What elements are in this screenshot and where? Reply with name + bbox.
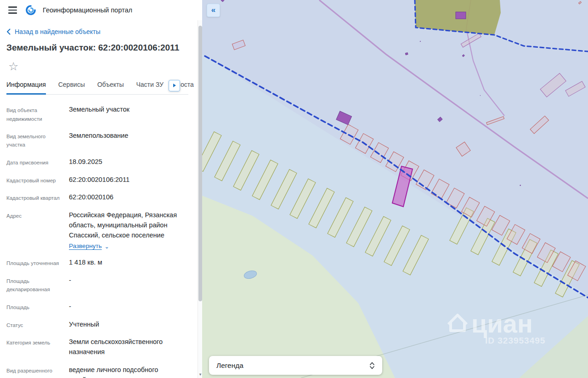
field-value: - (69, 276, 188, 286)
field-row: Категория земельЗемли сельскохозяйственн… (6, 333, 188, 361)
fields-list: Вид объекта недвижимостиЗемельный участо… (6, 95, 188, 378)
field-row: Вид разрешенного использованияведение ли… (6, 361, 188, 378)
field-value: 18.09.2025 (69, 157, 188, 167)
favorite-star-button[interactable]: ☆ (6, 60, 20, 73)
back-link-label: Назад в найденные объекты (15, 28, 100, 35)
tabs-scroll-right-button[interactable] (169, 80, 180, 91)
field-row: Кадастровый квартал62:20:0020106 (6, 189, 188, 207)
field-value: 62:20:0020106:2011 (69, 175, 188, 185)
field-value: Российская Федерация, Рязанская область,… (69, 210, 188, 240)
triangle-right-icon (173, 83, 176, 88)
field-label: Кадастровый квартал (6, 192, 69, 203)
expand-address-link[interactable]: Развернуть⌄ (69, 243, 109, 249)
app-logo (25, 4, 37, 16)
scrollbar[interactable]: ▾ (198, 20, 202, 378)
tabs: ИнформацияСервисыОбъектыЧасти ЗУСоста (6, 77, 188, 95)
map-area[interactable]: циан ID 323953495 « Легенда (202, 0, 588, 378)
back-link[interactable]: Назад в найденные объекты (6, 28, 100, 35)
field-label: Площадь (6, 302, 69, 312)
field-value: Земельный участок (69, 105, 188, 115)
watermark-id: ID 323953495 (485, 336, 545, 345)
field-value: Учтенный (69, 320, 188, 330)
field-row: Дата присвоения18.09.2025 (6, 153, 188, 171)
field-row: Вид земельного участкаЗемлепользование (6, 127, 188, 153)
page-title: Земельный участок: 62:20:0020106:2011 (6, 42, 188, 54)
top-bar: Геоинформационный портал (6, 0, 188, 20)
field-value: 62:20:0020106 (69, 192, 188, 203)
field-label: Площадь декларированная (6, 276, 69, 294)
collapse-panel-button[interactable]: « (207, 4, 220, 17)
tab-2[interactable]: Объекты (97, 77, 124, 95)
field-label: Адрес (6, 210, 69, 250)
field-value: Землепользование (69, 131, 188, 141)
field-label: Кадастровый номер (6, 175, 69, 185)
menu-icon[interactable] (6, 5, 19, 15)
field-value: 1 418 кв. м (69, 258, 188, 268)
legend-dropdown[interactable]: Легенда (209, 356, 382, 375)
field-label: Категория земель (6, 337, 69, 357)
field-label: Дата присвоения (6, 157, 69, 167)
tab-3[interactable]: Части ЗУ (136, 77, 163, 95)
legend-label: Легенда (216, 361, 243, 370)
field-label: Вид земельного участка (6, 131, 69, 149)
field-label: Вид объекта недвижимости (6, 105, 69, 123)
field-row: СтатусУчтенный (6, 316, 188, 333)
field-label: Вид разрешенного использования (6, 365, 69, 378)
chevron-down-icon: ⌄ (105, 244, 109, 249)
field-value: ведение личного подсобного хозяйства на … (69, 365, 188, 378)
map-canvas[interactable]: циан ID 323953495 (202, 0, 588, 378)
field-row: Площадь декларированная- (6, 272, 188, 298)
watermark-text: циан (471, 309, 533, 338)
field-row: Площадь уточненная1 418 кв. м (6, 254, 188, 272)
field-value: - (69, 302, 188, 312)
field-label: Статус (6, 320, 69, 330)
updown-chevron-icon (369, 361, 375, 370)
expand-link-label: Развернуть (69, 243, 102, 249)
field-row: Вид объекта недвижимостиЗемельный участо… (6, 101, 188, 127)
scrollbar-thumb[interactable] (198, 26, 202, 301)
tab-1[interactable]: Сервисы (58, 77, 85, 95)
building-large-2 (456, 12, 466, 19)
app-title: Геоинформационный портал (43, 6, 132, 14)
field-row: Кадастровый номер62:20:0020106:2011 (6, 171, 188, 189)
field-row: Площадь- (6, 298, 188, 316)
field-row: АдресРоссийская Федерация, Рязанская обл… (6, 207, 188, 254)
chevron-left-icon (6, 28, 11, 35)
sidebar-panel: Геоинформационный портал Назад в найденн… (0, 0, 202, 378)
scrollbar-down-arrow[interactable]: ▾ (198, 372, 203, 378)
tab-0[interactable]: Информация (6, 77, 46, 95)
field-label: Площадь уточненная (6, 258, 69, 268)
field-value: Земли сельскохозяйственного назначения (69, 337, 188, 357)
